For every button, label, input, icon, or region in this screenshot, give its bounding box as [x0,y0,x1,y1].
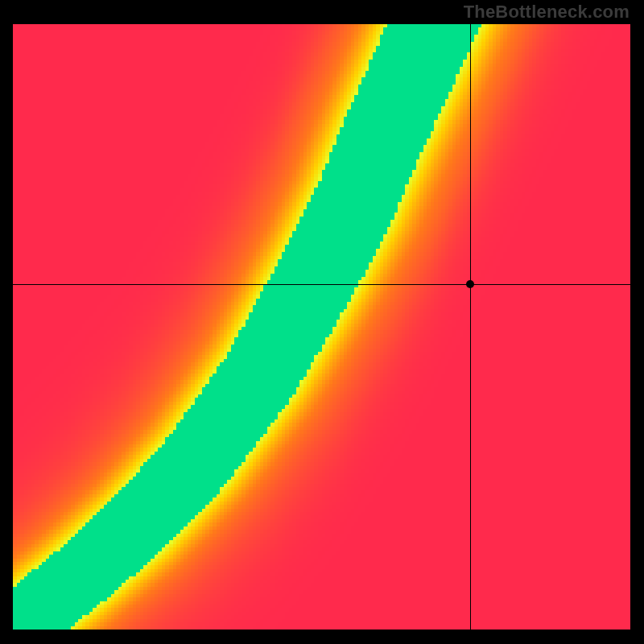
crosshair-vertical [470,24,471,630]
heatmap-canvas [13,24,630,630]
watermark-text: TheBottleneck.com [464,2,630,23]
chart-frame: TheBottleneck.com [0,0,644,644]
crosshair-marker [466,280,474,288]
crosshair-horizontal [13,284,630,285]
plot-area [13,24,630,630]
